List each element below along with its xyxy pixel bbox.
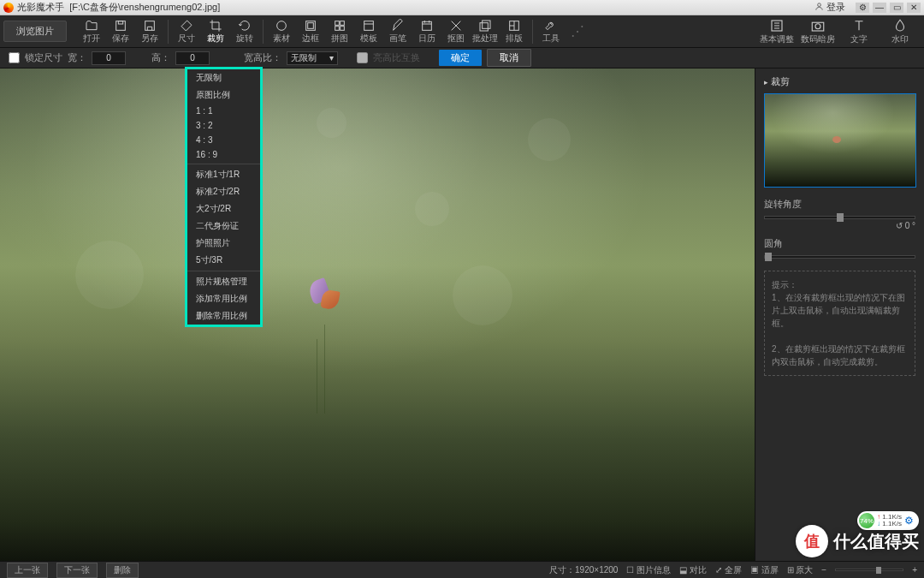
main-toolbar: 浏览图片 打开 保存 另存 尺寸 裁剪 旋转 素材 边框 拼图 模板 画笔 日历… bbox=[0, 15, 924, 48]
ratio-option[interactable]: 原图比例 bbox=[187, 86, 260, 104]
fit-screen-button[interactable]: 适屏 bbox=[761, 565, 779, 575]
ratio-option[interactable]: 大2寸/2R bbox=[187, 200, 260, 217]
image-size-label: 尺寸：1920×1200 bbox=[549, 564, 618, 576]
svg-rect-14 bbox=[483, 21, 490, 28]
rtool-text[interactable]: 文字 bbox=[838, 18, 880, 45]
ratio-option[interactable]: 删除常用比例 bbox=[187, 307, 260, 325]
svg-rect-13 bbox=[480, 22, 488, 30]
width-input[interactable]: 0 bbox=[92, 51, 126, 65]
height-input[interactable]: 0 bbox=[175, 51, 210, 65]
file-path: [F:\C盘备份\renshengrumeng02.jpg] bbox=[69, 1, 220, 14]
ratio-option[interactable]: 16 : 9 bbox=[187, 147, 260, 162]
round-slider[interactable] bbox=[764, 255, 915, 259]
next-image-button[interactable]: 下一张 bbox=[56, 563, 98, 578]
fullscreen-button[interactable]: 全屏 bbox=[725, 565, 742, 575]
ratio-option[interactable]: 标准1寸/1R bbox=[187, 166, 260, 183]
tool-batch[interactable]: 批处理 bbox=[471, 19, 500, 45]
close-button[interactable]: ✕ bbox=[907, 3, 921, 13]
ratio-label: 宽高比： bbox=[244, 51, 281, 64]
droplet-icon bbox=[892, 18, 908, 33]
svg-point-4 bbox=[277, 21, 287, 30]
tool-template[interactable]: 模板 bbox=[354, 19, 383, 45]
ratio-option[interactable]: 4 : 3 bbox=[187, 133, 260, 147]
template-icon bbox=[362, 19, 376, 33]
svg-rect-8 bbox=[341, 21, 345, 25]
saveas-icon bbox=[143, 19, 157, 33]
browse-images-button[interactable]: 浏览图片 bbox=[3, 21, 67, 42]
rtool-watermark[interactable]: 水印 bbox=[880, 18, 921, 45]
settings-icon[interactable]: ⚙ bbox=[856, 3, 869, 13]
lock-size-checkbox[interactable] bbox=[9, 52, 20, 63]
ratio-option[interactable]: 照片规格管理 bbox=[187, 273, 260, 290]
tool-collage[interactable]: 拼图 bbox=[325, 19, 354, 45]
collage-icon bbox=[333, 19, 346, 33]
crop-icon bbox=[209, 19, 222, 33]
svg-rect-12 bbox=[423, 21, 432, 30]
tool-saveas[interactable]: 另存 bbox=[135, 19, 164, 45]
image-canvas[interactable] bbox=[0, 69, 755, 561]
svg-rect-3 bbox=[145, 21, 155, 30]
tool-layout[interactable]: 排版 bbox=[500, 19, 529, 45]
rtool-basic[interactable]: 基本调整 bbox=[756, 18, 797, 45]
network-monitor-widget[interactable]: 74% 1.1K/s 1.1K/s ⚙ bbox=[857, 511, 919, 530]
save-icon bbox=[114, 19, 127, 33]
tool-rotate[interactable]: 旋转 bbox=[230, 19, 259, 45]
tool-material[interactable]: 素材 bbox=[267, 19, 296, 45]
svg-rect-10 bbox=[341, 26, 345, 30]
tool-calendar[interactable]: 日历 bbox=[412, 19, 441, 45]
batch-icon bbox=[478, 19, 492, 33]
butterfly-subject bbox=[310, 280, 347, 311]
rotate-icon bbox=[238, 19, 252, 33]
tool-open[interactable]: 打开 bbox=[77, 19, 106, 45]
delete-image-button[interactable]: 删除 bbox=[106, 563, 139, 578]
frame-icon bbox=[304, 19, 317, 33]
round-corner-label: 圆角 bbox=[764, 238, 783, 248]
ratio-option[interactable]: 1 : 1 bbox=[187, 104, 260, 118]
svg-rect-6 bbox=[308, 22, 314, 28]
maximize-button[interactable]: ▭ bbox=[890, 3, 903, 13]
ratio-dropdown[interactable]: 无限制▾ bbox=[287, 51, 338, 65]
login-link[interactable]: 登录 bbox=[814, 1, 845, 14]
svg-rect-7 bbox=[335, 21, 340, 25]
ratio-option[interactable]: 3 : 2 bbox=[187, 118, 260, 133]
svg-rect-1 bbox=[116, 21, 126, 30]
crop-preview-thumb[interactable] bbox=[764, 93, 916, 188]
compare-button[interactable]: 对比 bbox=[690, 565, 707, 575]
ratio-option[interactable]: 添加常用比例 bbox=[187, 290, 260, 307]
app-title: 光影魔术手 bbox=[17, 1, 64, 14]
ruler-icon bbox=[180, 19, 193, 33]
original-size-button[interactable]: 原大 bbox=[796, 565, 813, 575]
tool-frame[interactable]: 边框 bbox=[296, 19, 325, 45]
rotate-slider[interactable] bbox=[764, 216, 915, 219]
confirm-button[interactable]: 确定 bbox=[439, 50, 482, 66]
ratio-option[interactable]: 标准2寸/2R bbox=[187, 183, 260, 200]
tool-brush[interactable]: 画笔 bbox=[383, 19, 412, 45]
ratio-dropdown-menu: 无限制 原图比例 1 : 1 3 : 2 4 : 3 16 : 9 标准1寸/1… bbox=[187, 69, 261, 325]
tool-size[interactable]: 尺寸 bbox=[172, 19, 201, 45]
cutout-icon bbox=[449, 19, 463, 33]
folder-open-icon bbox=[85, 19, 98, 33]
panel-heading: 裁剪 bbox=[764, 75, 915, 88]
ratio-option[interactable]: 二代身份证 bbox=[187, 217, 260, 235]
brush-icon bbox=[391, 19, 405, 33]
ratio-option[interactable]: 无限制 bbox=[187, 69, 260, 86]
tool-crop[interactable]: 裁剪 bbox=[201, 19, 230, 45]
minimize-button[interactable]: — bbox=[873, 3, 886, 13]
window-titlebar: 光影魔术手 [F:\C盘备份\renshengrumeng02.jpg] 登录 … bbox=[0, 0, 924, 15]
tool-cutout[interactable]: 抠图 bbox=[441, 19, 471, 45]
ratio-option[interactable]: 5寸/3R bbox=[187, 252, 260, 269]
zoom-slider[interactable] bbox=[835, 569, 903, 571]
layout-icon bbox=[507, 19, 521, 33]
rtool-darkroom[interactable]: 数码暗房 bbox=[797, 18, 838, 45]
ratio-option[interactable]: 护照照片 bbox=[187, 235, 260, 252]
cancel-button[interactable]: 取消 bbox=[487, 49, 531, 67]
image-info-button[interactable]: 图片信息 bbox=[637, 565, 671, 575]
svg-point-0 bbox=[818, 3, 821, 7]
status-bar: 上一张 下一张 删除 尺寸：1920×1200 ☐ 图片信息 ⬓ 对比 ⤢ 全屏… bbox=[0, 561, 924, 578]
sliders-icon bbox=[769, 18, 785, 33]
tool-tools[interactable]: 工具 bbox=[536, 19, 566, 45]
text-icon bbox=[851, 18, 867, 33]
tool-save[interactable]: 保存 bbox=[106, 19, 135, 45]
svg-point-18 bbox=[815, 23, 820, 28]
prev-image-button[interactable]: 上一张 bbox=[7, 563, 48, 578]
